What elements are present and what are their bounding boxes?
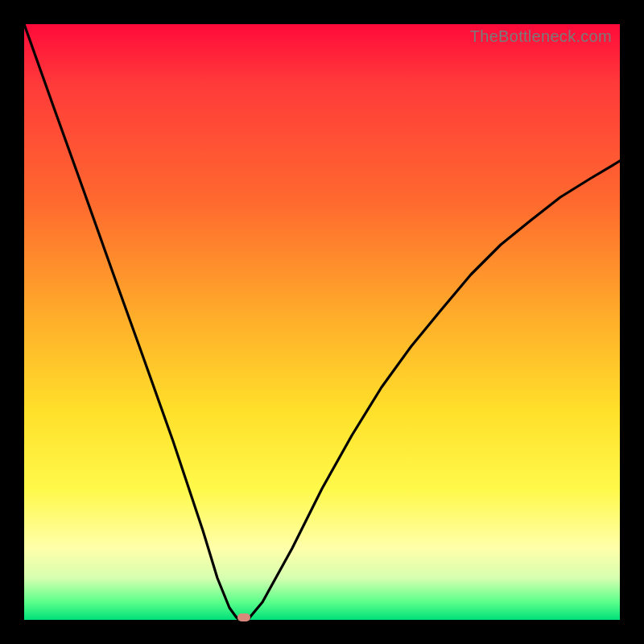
chart-frame: TheBottleneck.com [0, 0, 644, 644]
optimum-marker [237, 613, 250, 621]
plot-area: TheBottleneck.com [24, 24, 620, 620]
bottleneck-curve [24, 24, 620, 620]
curve-path [24, 24, 620, 620]
